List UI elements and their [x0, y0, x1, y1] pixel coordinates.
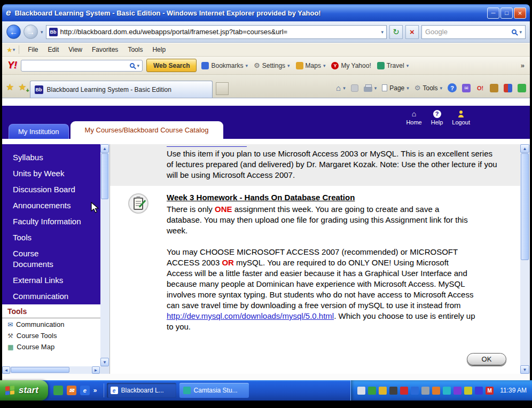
tools-item-course-tools[interactable]: ⚒Course Tools: [2, 329, 100, 341]
help-button[interactable]: ?: [448, 83, 457, 92]
minimize-button[interactable]: ─: [487, 7, 499, 19]
web-search-button[interactable]: Web Search: [146, 59, 197, 72]
search-icon[interactable]: [512, 29, 517, 34]
messenger-quicklaunch-icon[interactable]: [53, 386, 63, 395]
sidebar-item-announcements[interactable]: Announcements: [2, 198, 100, 214]
menu-view[interactable]: View: [64, 44, 87, 56]
page-button[interactable]: Page▾: [382, 84, 409, 92]
sidebar-item-units-by-week[interactable]: Units by Week: [2, 166, 100, 182]
quicklaunch-overflow-chevron[interactable]: »: [93, 387, 97, 394]
tray-icon-mcafee[interactable]: M: [486, 387, 494, 395]
mysql-download-link[interactable]: http://dev.mysql.com/downloads/mysql/5.0…: [167, 311, 334, 320]
tools-item-communication[interactable]: ✉Communication: [2, 318, 100, 329]
sidebar-item-tools[interactable]: Tools: [2, 230, 100, 246]
task-button-blackboard[interactable]: e Blackboard L...: [107, 383, 176, 398]
url-input[interactable]: [60, 28, 379, 36]
shield-icon[interactable]: [504, 84, 512, 92]
tray-icon[interactable]: [453, 387, 461, 395]
sidebar-item-syllabus[interactable]: Syllabus: [2, 150, 100, 166]
scroll-up-icon[interactable]: ▲: [520, 144, 529, 153]
add-favorite-icon[interactable]: ★: [18, 82, 26, 93]
ie-quicklaunch-icon[interactable]: e: [80, 386, 90, 395]
scrollbar-thumb[interactable]: [11, 367, 69, 373]
scrollbar-thumb[interactable]: [521, 153, 529, 260]
yahoo-search-dropdown-icon[interactable]: ▾: [137, 63, 139, 68]
tray-icon[interactable]: [389, 387, 397, 395]
scroll-right-icon[interactable]: ►: [92, 366, 100, 374]
mail-icon[interactable]: ✉: [462, 84, 471, 92]
history-dropdown-icon[interactable]: ▾: [41, 29, 43, 35]
scrollbar-thumb[interactable]: [101, 153, 108, 199]
scroll-left-icon[interactable]: ◄: [2, 366, 10, 374]
scroll-down-icon[interactable]: ▼: [100, 358, 109, 366]
task-button-camtasia[interactable]: Camtasia Stu...: [179, 383, 249, 398]
tray-icon[interactable]: [357, 387, 365, 395]
help-link[interactable]: ?Help: [431, 109, 443, 125]
yahoo-travel-button[interactable]: Travel ▾: [376, 62, 410, 69]
scroll-down-icon[interactable]: ▼: [520, 365, 529, 374]
yahoo-bookmarks-button[interactable]: Bookmarks ▾: [200, 62, 249, 69]
sidebar-item-discussion-board[interactable]: Discussion Board: [2, 182, 100, 198]
assignment-title-link[interactable]: Week 3 Homework - Hands On Database Crea…: [167, 192, 475, 203]
tray-icon[interactable]: [411, 387, 419, 395]
url-dropdown-icon[interactable]: ▾: [381, 29, 384, 35]
yahoo-search-input[interactable]: ▾: [21, 60, 143, 72]
maximize-button[interactable]: □: [500, 7, 513, 19]
sidebar-item-course-documents[interactable]: Course Documents: [2, 246, 100, 272]
refresh-button[interactable]: ↻: [389, 25, 403, 39]
menu-tools[interactable]: Tools: [123, 44, 147, 56]
stop-button[interactable]: ×: [405, 25, 419, 39]
tools-button[interactable]: ⚙Tools▾: [414, 84, 442, 92]
mail-quicklaunch-icon[interactable]: ✉: [67, 386, 76, 395]
browser-tab-active[interactable]: Bb Blackboard Learning System - Basic Ed…: [30, 81, 213, 98]
sidebar-horizontal-scrollbar[interactable]: ◄ ►: [2, 366, 100, 374]
content-vertical-scrollbar[interactable]: ▲ ▼: [520, 144, 530, 374]
tray-icon[interactable]: [379, 387, 387, 395]
yahoo-onesearch-icon[interactable]: O!: [476, 84, 484, 92]
favorites-icon[interactable]: ★: [6, 46, 13, 54]
tab-my-institution[interactable]: My Institution: [9, 124, 69, 139]
print-button[interactable]: ▾: [364, 84, 377, 92]
messenger-icon[interactable]: [518, 84, 526, 92]
menu-help[interactable]: Help: [147, 44, 170, 56]
favorites-dropdown-icon[interactable]: ▾: [13, 47, 15, 52]
search-box[interactable]: Google ▾: [421, 25, 526, 39]
sidebar-item-external-links[interactable]: External Links: [2, 272, 100, 288]
tray-icon[interactable]: [464, 387, 472, 395]
yahoo-search-icon[interactable]: [130, 63, 135, 68]
sidebar-item-faculty-information[interactable]: Faculty Information: [2, 214, 100, 230]
menu-edit[interactable]: Edit: [43, 44, 64, 56]
home-button[interactable]: ⌂▾: [336, 83, 346, 92]
favorites-center-icon[interactable]: ★: [6, 82, 14, 93]
search-dropdown-icon[interactable]: ▾: [519, 29, 522, 35]
ok-button[interactable]: OK: [467, 353, 506, 365]
toolbar-overflow-chevron[interactable]: »: [521, 61, 525, 69]
menu-file[interactable]: File: [23, 44, 43, 56]
sidebar-vertical-scrollbar[interactable]: ▲ ▼: [100, 144, 109, 366]
new-tab-stub[interactable]: [216, 82, 229, 95]
tray-icon[interactable]: [443, 387, 451, 395]
close-button[interactable]: ×: [514, 7, 526, 19]
tools-item-course-map[interactable]: ▦Course Map: [2, 341, 100, 352]
menu-favorites[interactable]: Favorites: [87, 44, 123, 56]
tray-icon[interactable]: [475, 387, 483, 395]
scroll-up-icon[interactable]: ▲: [100, 144, 109, 153]
briefcase-icon[interactable]: [490, 84, 498, 92]
forward-button[interactable]: →: [24, 25, 38, 39]
url-field[interactable]: Bb ▾: [46, 25, 387, 39]
rss-feed-icon[interactable]: [351, 84, 358, 92]
back-button[interactable]: ←: [6, 25, 21, 39]
tray-icon[interactable]: [368, 387, 376, 395]
start-button[interactable]: start: [0, 380, 48, 401]
sidebar-item-communication[interactable]: Communication: [2, 288, 100, 304]
tray-icon[interactable]: [421, 387, 429, 395]
home-link[interactable]: ⌂Home: [406, 109, 421, 125]
yahoo-maps-button[interactable]: Maps ▾: [295, 62, 327, 69]
yahoo-logo-icon[interactable]: Y!: [7, 60, 17, 71]
truncated-link[interactable]: [167, 145, 247, 147]
tray-icon[interactable]: [400, 387, 408, 395]
tab-my-courses[interactable]: My Courses/Blackboard Course Catalog: [71, 121, 223, 139]
logout-link[interactable]: Logout: [452, 109, 470, 125]
my-yahoo-button[interactable]: Y My Yahoo!: [330, 62, 372, 69]
yahoo-settings-button[interactable]: ⚙ Settings ▾: [253, 61, 291, 69]
